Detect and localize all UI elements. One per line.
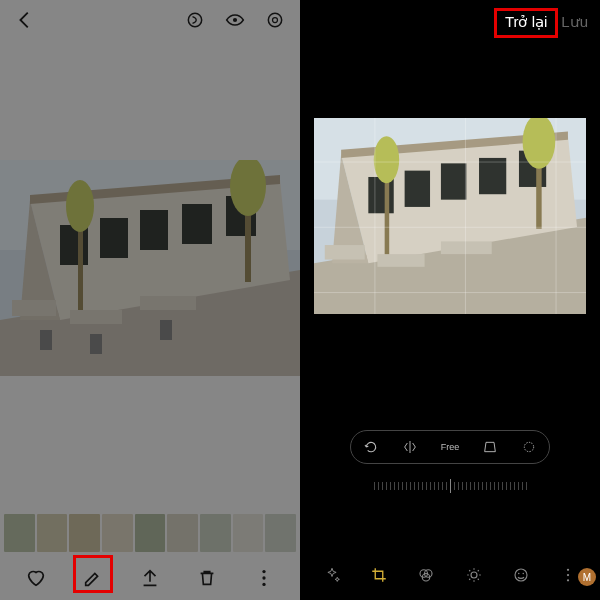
thumb[interactable] <box>200 514 231 552</box>
profile-badge[interactable]: M <box>578 568 596 586</box>
svg-rect-22 <box>40 330 52 350</box>
editor-toolbar <box>300 550 600 600</box>
thumb[interactable] <box>233 514 264 552</box>
crop-icon[interactable] <box>367 563 391 587</box>
rotation-ruler[interactable] <box>320 478 580 494</box>
perspective-icon[interactable] <box>482 439 498 455</box>
free-ratio-icon[interactable]: Free <box>441 442 460 452</box>
filters-icon[interactable] <box>414 563 438 587</box>
crop-grid <box>314 118 586 314</box>
svg-point-54 <box>567 569 569 571</box>
svg-point-56 <box>567 579 569 581</box>
svg-point-2 <box>268 13 281 26</box>
brightness-icon[interactable] <box>462 563 486 587</box>
gallery-viewer-screen <box>0 0 300 600</box>
editor-back-button[interactable]: Trở lại <box>505 13 547 31</box>
thumb[interactable] <box>102 514 133 552</box>
svg-rect-11 <box>140 210 168 250</box>
eye-icon[interactable] <box>224 9 246 31</box>
main-photo[interactable] <box>0 160 300 376</box>
thumb[interactable] <box>265 514 296 552</box>
svg-point-18 <box>66 180 94 232</box>
transform-toolbar: Free <box>350 430 550 464</box>
svg-point-50 <box>471 572 477 578</box>
svg-rect-21 <box>140 296 196 310</box>
svg-point-55 <box>567 574 569 576</box>
flip-icon[interactable] <box>402 439 418 455</box>
svg-rect-19 <box>12 300 56 316</box>
svg-rect-10 <box>100 218 128 258</box>
lasso-icon[interactable] <box>521 439 537 455</box>
svg-point-46 <box>525 442 534 451</box>
editor-save-button[interactable]: Lưu <box>561 13 588 31</box>
svg-rect-12 <box>182 204 212 244</box>
bixby-vision-icon[interactable] <box>184 9 206 31</box>
thumb[interactable] <box>167 514 198 552</box>
thumb[interactable] <box>37 514 68 552</box>
thumbnail-strip[interactable] <box>0 514 300 552</box>
share-button[interactable] <box>132 560 168 596</box>
svg-point-27 <box>262 583 265 586</box>
svg-point-1 <box>233 18 237 22</box>
rotate-icon[interactable] <box>363 439 379 455</box>
svg-point-0 <box>188 13 201 26</box>
svg-point-51 <box>515 569 527 581</box>
more-button[interactable] <box>246 560 282 596</box>
svg-rect-20 <box>70 310 122 324</box>
svg-rect-23 <box>90 334 102 354</box>
favorite-button[interactable] <box>18 560 54 596</box>
editor-more-icon[interactable] <box>556 563 580 587</box>
edit-button[interactable] <box>75 560 111 596</box>
svg-point-26 <box>262 576 265 579</box>
svg-rect-24 <box>160 320 172 340</box>
editor-canvas[interactable] <box>314 118 586 314</box>
delete-button[interactable] <box>189 560 225 596</box>
svg-point-52 <box>518 573 520 575</box>
thumb[interactable] <box>135 514 166 552</box>
back-icon[interactable] <box>14 9 36 31</box>
photo-editor-screen: Trở lại Lưu Free <box>300 0 600 600</box>
stickers-icon[interactable] <box>509 563 533 587</box>
viewer-toolbar <box>0 556 300 600</box>
autofix-icon[interactable] <box>320 563 344 587</box>
thumb[interactable] <box>69 514 100 552</box>
svg-point-3 <box>273 18 278 23</box>
photo-illustration <box>0 160 300 376</box>
circle-icon[interactable] <box>264 9 286 31</box>
thumb[interactable] <box>4 514 35 552</box>
svg-point-25 <box>262 570 265 573</box>
svg-point-53 <box>522 573 524 575</box>
